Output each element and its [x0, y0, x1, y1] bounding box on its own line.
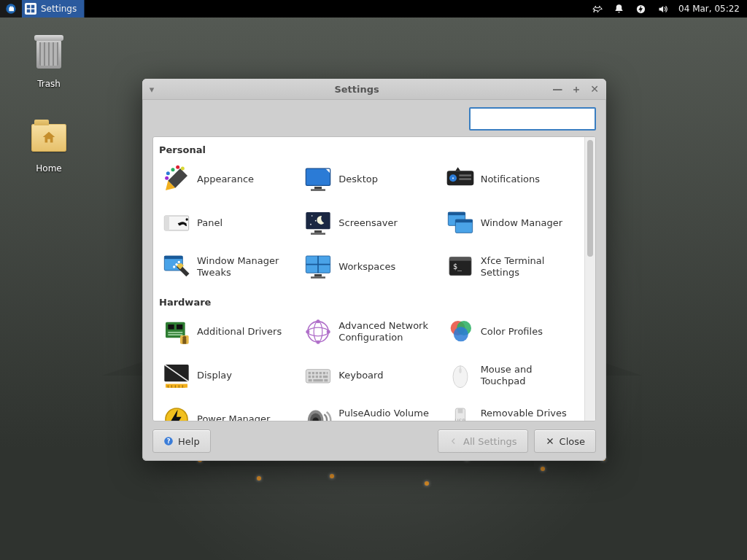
item-workspaces[interactable]: Workspaces	[301, 247, 442, 287]
svg-point-12	[165, 176, 169, 180]
window-menu-button[interactable]: ▾	[142, 84, 161, 95]
volume-icon[interactable]	[657, 3, 668, 15]
item-network[interactable]: Advanced Network Configuration	[301, 312, 442, 351]
svg-rect-20	[459, 178, 471, 180]
dialog-button-bar: ? Help All Settings Close	[142, 421, 606, 461]
svg-text:$_: $_	[453, 262, 462, 271]
svg-point-38	[178, 261, 180, 263]
svg-rect-19	[459, 174, 471, 176]
desktop-icon-label: Trash	[23, 79, 74, 89]
item-screensaver[interactable]: Screensaver	[301, 203, 442, 243]
svg-rect-95	[457, 408, 462, 413]
item-pulseaudio[interactable]: PulseAudio Volume Control	[301, 400, 442, 421]
desktop-icon-trash[interactable]: Trash	[23, 36, 74, 89]
close-button[interactable]: Close	[534, 429, 596, 453]
svg-point-57	[314, 322, 322, 342]
settings-list[interactable]: Personal Appearance Desktop	[153, 137, 584, 421]
item-additional-drivers[interactable]: Additional Drivers	[159, 312, 301, 351]
item-panel[interactable]: Panel	[159, 203, 301, 243]
svg-point-56	[308, 327, 328, 336]
svg-rect-80	[312, 376, 314, 378]
svg-rect-86	[325, 379, 328, 381]
svg-rect-16	[311, 189, 325, 191]
svg-point-59	[317, 341, 320, 344]
svg-point-10	[176, 166, 179, 169]
svg-rect-89	[459, 368, 461, 373]
desktop-icon-home[interactable]: Home	[23, 120, 74, 174]
maximize-button[interactable]: ＋	[571, 84, 581, 94]
home-folder-icon	[31, 124, 66, 152]
svg-rect-35	[164, 256, 182, 259]
taskbar-item-icon	[25, 3, 36, 15]
item-label: Window Manager	[481, 217, 562, 229]
item-label: Notifications	[481, 174, 540, 185]
item-removable[interactable]: USB Removable Drives and Media	[443, 400, 584, 421]
svg-rect-43	[311, 276, 325, 279]
item-notifications[interactable]: Notifications	[443, 160, 584, 199]
whisker-menu-button[interactable]	[0, 0, 22, 18]
svg-point-25	[311, 215, 313, 217]
svg-rect-84	[309, 379, 312, 381]
back-arrow-icon	[449, 436, 459, 446]
item-appearance[interactable]: Appearance	[159, 160, 301, 199]
item-display[interactable]: Display	[159, 356, 301, 395]
help-button[interactable]: ? Help	[152, 429, 211, 453]
scrollbar[interactable]	[584, 137, 595, 421]
svg-point-55	[308, 322, 328, 342]
item-color-profiles[interactable]: Color Profiles	[443, 312, 584, 351]
network-icon[interactable]	[591, 3, 603, 15]
panel-icon	[162, 209, 191, 238]
svg-rect-28	[314, 230, 322, 233]
item-terminal-settings[interactable]: $_ Xfce Terminal Settings	[443, 247, 584, 287]
svg-point-11	[181, 167, 185, 171]
item-desktop[interactable]: Desktop	[301, 160, 442, 199]
color-profiles-icon	[446, 317, 475, 346]
svg-point-23	[186, 218, 188, 220]
svg-rect-74	[312, 372, 314, 374]
item-power-manager[interactable]: Power Manager	[159, 400, 301, 421]
item-label: Panel	[197, 217, 222, 229]
button-label: Help	[178, 436, 200, 447]
svg-rect-49	[177, 324, 182, 330]
item-label: Removable Drives and Media	[481, 408, 576, 421]
titlebar[interactable]: ▾ Settings — ＋ ✕	[142, 79, 606, 100]
minimize-button[interactable]: —	[552, 84, 562, 94]
svg-rect-13	[306, 168, 330, 185]
svg-rect-85	[314, 379, 323, 381]
category-personal: Personal	[159, 141, 584, 158]
svg-point-58	[317, 319, 320, 323]
svg-rect-51	[168, 334, 182, 335]
top-panel: Settings 04 Mar, 05:22	[0, 0, 747, 18]
wm-tweaks-icon	[162, 252, 191, 281]
item-label: Screensaver	[338, 217, 397, 229]
terminal-icon: $_	[446, 252, 475, 281]
item-label: Color Profiles	[481, 326, 543, 338]
clock[interactable]: 04 Mar, 05:22	[678, 4, 740, 14]
item-label: Advanced Network Configuration	[338, 320, 433, 344]
item-label: Appearance	[197, 174, 254, 185]
svg-rect-1	[27, 5, 31, 9]
item-keyboard[interactable]: Keyboard	[301, 356, 442, 395]
appearance-icon	[162, 165, 191, 194]
item-window-manager[interactable]: Window Manager	[443, 203, 584, 243]
close-window-button[interactable]: ✕	[590, 84, 599, 94]
item-label: PulseAudio Volume Control	[338, 408, 433, 421]
item-label: Window Manager Tweaks	[197, 255, 292, 279]
svg-rect-76	[320, 372, 322, 374]
item-wm-tweaks[interactable]: Window Manager Tweaks	[159, 247, 301, 287]
svg-text:USB: USB	[454, 418, 465, 421]
svg-rect-45	[449, 257, 471, 261]
svg-text:?: ?	[167, 438, 171, 445]
desktop-icon	[303, 165, 333, 194]
taskbar-item-settings[interactable]: Settings	[22, 0, 85, 18]
svg-point-64	[453, 327, 468, 341]
power-manager-icon[interactable]	[635, 3, 646, 15]
search-input[interactable]	[479, 113, 605, 125]
item-label: Keyboard	[338, 370, 383, 381]
settings-search[interactable]	[469, 107, 596, 131]
button-label: Close	[560, 436, 585, 447]
item-mouse[interactable]: Mouse and Touchpad	[443, 356, 584, 395]
category-hardware: Hardware	[159, 294, 584, 311]
notifications-bell-icon[interactable]	[613, 3, 624, 15]
svg-rect-81	[316, 376, 318, 378]
